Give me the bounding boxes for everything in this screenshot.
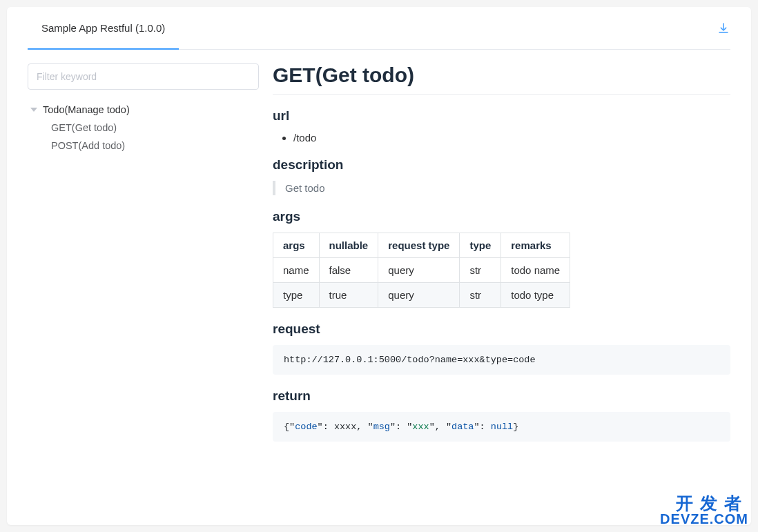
tree-root-label: Todo(Manage todo) — [43, 104, 130, 115]
watermark-line2: DEVZE.COM — [660, 512, 748, 525]
tab-label: Sample App Restful (1.0.0) — [41, 22, 165, 34]
tree-item-post[interactable]: POST(Add todo) — [28, 138, 259, 153]
th-remarks: remarks — [501, 233, 570, 258]
watermark: 开发者 DEVZE.COM — [660, 494, 748, 525]
watermark-line1: 开发者 — [660, 494, 748, 512]
th-args: args — [273, 233, 320, 258]
th-type: type — [460, 233, 501, 258]
args-table: args nullable request type type remarks … — [273, 233, 570, 308]
table-row: type true query str todo type — [273, 283, 570, 308]
tab-sample-app[interactable]: Sample App Restful (1.0.0) — [28, 7, 179, 49]
cell: todo type — [501, 283, 570, 308]
section-return-heading: return — [273, 388, 730, 404]
page-title: GET(Get todo) — [273, 63, 730, 95]
tabs-bar: Sample App Restful (1.0.0) — [28, 7, 730, 50]
url-item: /todo — [293, 132, 730, 144]
cell: true — [319, 283, 378, 308]
cell: query — [378, 258, 460, 283]
section-description-heading: description — [273, 157, 730, 173]
section-url-heading: url — [273, 108, 730, 124]
filter-input[interactable] — [28, 63, 259, 90]
cell: str — [460, 283, 501, 308]
download-icon[interactable] — [717, 21, 730, 35]
return-code: {"code": xxxx, "msg": "xxx", "data": nul… — [273, 412, 730, 442]
content: GET(Get todo) url /todo description Get … — [259, 63, 730, 454]
cell: query — [378, 283, 460, 308]
tree-item-label: GET(Get todo) — [51, 122, 117, 133]
cell: todo name — [501, 258, 570, 283]
url-list: /todo — [273, 132, 730, 144]
chevron-down-icon — [30, 108, 37, 112]
body: Todo(Manage todo) GET(Get todo) POST(Add… — [28, 63, 730, 454]
th-nullable: nullable — [319, 233, 378, 258]
sidebar: Todo(Manage todo) GET(Get todo) POST(Add… — [28, 63, 259, 454]
table-header-row: args nullable request type type remarks — [273, 233, 570, 258]
description-block: Get todo — [273, 181, 730, 195]
section-args-heading: args — [273, 209, 730, 224]
request-code: http://127.0.0.1:5000/todo?name=xxx&type… — [273, 345, 730, 375]
tree-item-get[interactable]: GET(Get todo) — [28, 120, 259, 135]
table-row: name false query str todo name — [273, 258, 570, 283]
nav-tree: Todo(Manage todo) GET(Get todo) POST(Add… — [28, 102, 259, 153]
app-frame: Sample App Restful (1.0.0) Todo(Manage t… — [7, 7, 751, 525]
cell: name — [273, 258, 320, 283]
description-text: Get todo — [285, 182, 325, 194]
cell: type — [273, 283, 320, 308]
section-request-heading: request — [273, 322, 730, 337]
cell: str — [460, 258, 501, 283]
tree-root-todo[interactable]: Todo(Manage todo) — [28, 102, 259, 117]
cell: false — [319, 258, 378, 283]
tree-item-label: POST(Add todo) — [51, 140, 125, 151]
th-request-type: request type — [378, 233, 460, 258]
